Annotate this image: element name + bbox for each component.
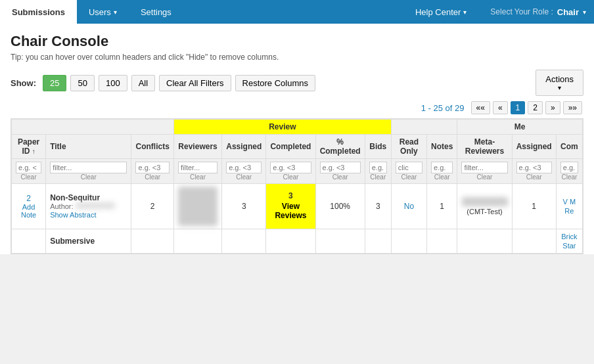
far-right-link[interactable]: V M Re — [563, 198, 576, 215]
filter-notes-clear[interactable]: Clear — [431, 173, 453, 181]
table-wrapper: Review Me Paper ID ↑ Title Conflicts Rev… — [11, 118, 583, 254]
actions-button[interactable]: Actions ▾ — [536, 70, 583, 96]
help-center-link[interactable]: Help Center ▾ — [403, 7, 478, 17]
filter-assigned-cell: Clear — [222, 159, 266, 184]
col-assigned2: Assigned — [512, 135, 556, 159]
filter-meta-clear[interactable]: Clear — [461, 173, 507, 181]
filter-readonly-clear[interactable]: Clear — [396, 173, 423, 181]
filter-meta[interactable] — [461, 162, 507, 173]
page-2-button[interactable]: 2 — [528, 101, 543, 114]
filter-assigned-clear[interactable]: Clear — [226, 173, 262, 181]
assigned2-cell: 1 — [512, 184, 556, 229]
filter-assigned2[interactable] — [516, 162, 552, 173]
filter-completed-clear[interactable]: Clear — [270, 173, 311, 181]
table-row: 2 Add Note Non-Sequitur Author: Show Abs… — [12, 184, 583, 229]
read-only-link[interactable]: No — [404, 202, 414, 211]
add-note-link[interactable]: Add Note — [16, 203, 41, 219]
filter-assigned[interactable] — [226, 162, 262, 173]
filter-readonly[interactable] — [396, 162, 423, 173]
group-header-row: Review Me — [12, 120, 583, 135]
show-100-button[interactable]: 100 — [99, 75, 127, 91]
filter-notes[interactable] — [431, 162, 453, 173]
assigned-cell: 3 — [222, 184, 266, 229]
readonly-cell2 — [391, 229, 426, 254]
filter-title-clear[interactable]: Clear — [50, 173, 127, 181]
role-value: Chair — [557, 7, 579, 17]
conflicts-cell2 — [131, 229, 174, 254]
filter-assigned2-clear[interactable]: Clear — [516, 173, 552, 181]
notes-cell: 1 — [426, 184, 457, 229]
users-dropdown-icon: ▾ — [114, 9, 117, 16]
assigned-cell2 — [222, 229, 266, 254]
show-abstract-link[interactable]: Show Abstract — [50, 211, 96, 219]
filter-com[interactable] — [560, 162, 578, 173]
meta-reviewers-cell: (CMT-Test) — [457, 184, 512, 229]
filter-paper-id-cell: Clear — [12, 159, 46, 184]
col-reviewers: Reviewers — [173, 135, 221, 159]
filter-title-cell: Clear — [46, 159, 131, 184]
nav-tab-submissions[interactable]: Submissions — [0, 0, 77, 24]
page-1-button[interactable]: 1 — [511, 101, 526, 114]
meta-group-header: Me — [457, 120, 583, 135]
notes-cell2 — [426, 229, 457, 254]
navbar: Submissions Users ▾ Settings Help Center… — [0, 0, 594, 24]
view-reviews-button[interactable]: View Reviews — [270, 200, 311, 221]
col-pct-completed: % Completed — [315, 135, 365, 159]
reviewers-cell2 — [173, 229, 221, 254]
filter-bids[interactable] — [369, 162, 387, 173]
nav-tab-users[interactable]: Users ▾ — [77, 0, 129, 24]
col-notes: Notes — [426, 135, 457, 159]
bids-cell: 3 — [365, 184, 391, 229]
filter-pct-clear[interactable]: Clear — [320, 173, 361, 181]
filter-pct-cell: Clear — [315, 159, 365, 184]
bids-cell2 — [365, 229, 391, 254]
author-name-blurred — [76, 202, 115, 209]
show-25-button[interactable]: 25 — [43, 75, 66, 91]
show-label: Show: — [11, 78, 36, 88]
filter-pct[interactable] — [320, 162, 361, 173]
role-selector[interactable]: Select Your Role : Chair ▾ — [490, 7, 586, 17]
show-50-button[interactable]: 50 — [70, 75, 94, 91]
com-cell2: Brick Star — [556, 229, 582, 254]
nav-tab-settings[interactable]: Settings — [129, 0, 183, 24]
filter-assigned2-cell: Clear — [512, 159, 556, 184]
col-read-only: Read Only — [391, 135, 426, 159]
filter-completed[interactable] — [270, 162, 311, 173]
page-next-button[interactable]: » — [545, 101, 560, 114]
page-first-button[interactable]: «« — [471, 101, 490, 114]
paper-id-link[interactable]: 2 — [26, 194, 31, 203]
help-dropdown-icon: ▾ — [463, 9, 467, 16]
filter-reviewers-clear[interactable]: Clear — [178, 173, 217, 181]
col-paper-id: Paper ID ↑ — [12, 135, 46, 159]
filter-bids-clear[interactable]: Clear — [369, 173, 387, 181]
filter-conflicts-clear[interactable]: Clear — [135, 173, 170, 181]
filter-paper-id-clear[interactable]: Clear — [16, 173, 41, 181]
meta-reviewer-name: (CMT-Test) — [461, 208, 507, 216]
paper-title2[interactable]: Submersive — [50, 237, 127, 246]
page-last-button[interactable]: »» — [563, 101, 582, 114]
show-all-button[interactable]: All — [131, 75, 155, 91]
actions-label: Actions — [545, 74, 574, 84]
pct-cell2 — [315, 229, 365, 254]
paper-id-cell2 — [12, 229, 46, 254]
meta-reviewer-blurred — [462, 197, 508, 206]
filter-conflicts[interactable] — [135, 162, 170, 173]
pagination-row: 1 - 25 of 29 «« « 1 2 » »» — [11, 101, 583, 114]
empty-group-header2 — [391, 120, 457, 135]
restore-columns-button[interactable]: Restore Columns — [235, 75, 315, 91]
paper-title[interactable]: Non-Sequitur — [50, 193, 127, 202]
page-prev-button[interactable]: « — [493, 101, 508, 114]
far-right-link2[interactable]: Brick Star — [561, 233, 577, 250]
nav-tab-settings-label: Settings — [141, 7, 171, 17]
clear-filters-button[interactable]: Clear All Filters — [159, 75, 231, 91]
filter-bids-cell: Clear — [365, 159, 391, 184]
read-only-cell: No — [391, 184, 426, 229]
submissions-table: Review Me Paper ID ↑ Title Conflicts Rev… — [11, 119, 583, 254]
filter-reviewers[interactable] — [178, 162, 217, 173]
filter-com-cell: Clear — [556, 159, 582, 184]
filter-conflicts-cell: Clear — [131, 159, 174, 184]
filter-paper-id[interactable] — [16, 162, 41, 173]
filter-com-clear[interactable]: Clear — [560, 173, 578, 181]
conflicts-cell: 2 — [131, 184, 174, 229]
filter-title[interactable] — [50, 162, 127, 173]
